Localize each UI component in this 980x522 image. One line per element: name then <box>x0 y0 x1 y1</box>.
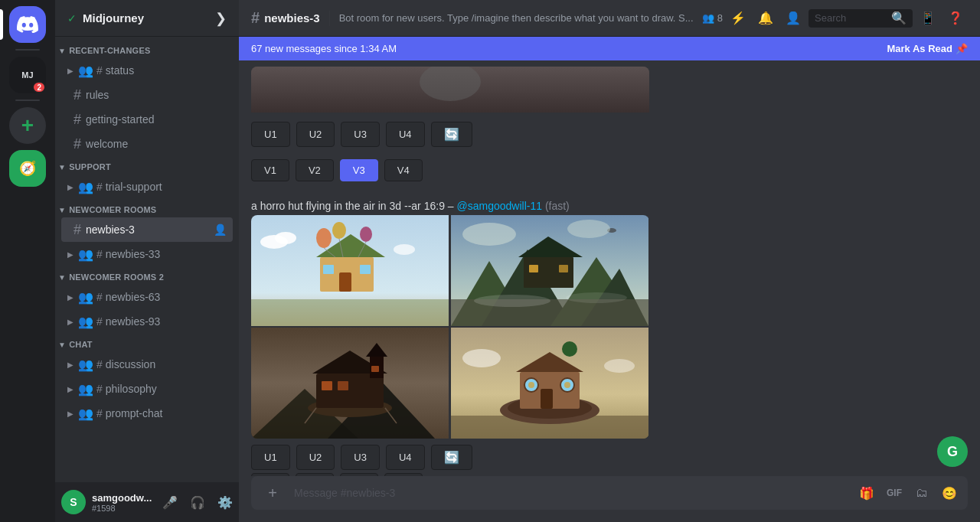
search-bar: 🔍 <box>808 9 913 28</box>
u4-button-top[interactable]: U4 <box>386 122 425 147</box>
refresh-button-top[interactable]: 🔄 <box>431 122 472 147</box>
image-2 <box>451 215 648 326</box>
server-icon-midjourney[interactable]: MJ 2 <box>9 57 46 93</box>
group-arrow-trial: ▶ <box>67 183 74 191</box>
channel-list: ▼ recent-changes ▶ 👥 # status # rules # … <box>55 37 239 482</box>
server-sidebar: MJ 2 + 🧭 <box>0 0 55 522</box>
group-icon: 👥 <box>78 64 93 78</box>
main-content: # newbies-3 Bot room for new users. Type… <box>239 0 980 522</box>
u3-button-bottom[interactable]: U3 <box>341 445 380 470</box>
channel-item-welcome[interactable]: # welcome <box>61 132 233 156</box>
u3-button-top[interactable]: U3 <box>341 122 380 147</box>
channel-item-newbies-33[interactable]: ▶ 👥 # newbies-33 <box>61 242 233 266</box>
group-arrow-prompt: ▶ <box>67 409 74 418</box>
refresh-button-bottom[interactable]: 🔄 <box>431 445 472 470</box>
members-button[interactable]: 👤 <box>781 6 805 31</box>
member-icon: 👥 <box>702 12 714 24</box>
channel-item-status[interactable]: ▶ 👥 # status <box>61 58 233 83</box>
message-input-field[interactable] <box>294 476 848 510</box>
channel-item-discussion[interactable]: ▶ 👥 # discussion <box>61 352 233 377</box>
floating-avatar[interactable]: G <box>937 436 968 467</box>
gif-button[interactable]: GIF <box>882 481 906 505</box>
search-icon: 🔍 <box>891 11 906 25</box>
u2-button-bottom[interactable]: U2 <box>296 445 335 470</box>
v2-button-top[interactable]: V2 <box>296 159 334 181</box>
channel-item-getting-started[interactable]: # getting-started <box>61 107 233 132</box>
svg-rect-55 <box>541 389 553 409</box>
gift-button[interactable]: 🎁 <box>854 481 879 505</box>
category-label-support: SUPPORT <box>69 162 111 171</box>
top-bar: # newbies-3 Bot room for new users. Type… <box>239 0 980 37</box>
category-header-chat[interactable]: ▼ CHAT <box>55 337 239 352</box>
inbox-button[interactable]: 📱 <box>916 6 940 31</box>
notification-bell-button[interactable]: 🔔 <box>753 6 778 31</box>
channel-item-rules[interactable]: # rules <box>61 83 233 107</box>
user-name: samgoodw... <box>92 492 152 504</box>
channel-name-trial-support: trial-support <box>106 181 162 193</box>
member-count-number: 8 <box>717 12 723 24</box>
svg-point-11 <box>332 222 346 239</box>
hash-icon-rules: # <box>74 87 81 103</box>
add-server-button[interactable]: + <box>9 107 46 144</box>
u2-button-top[interactable]: U2 <box>296 122 335 147</box>
group-icon-93: 👥 <box>78 315 93 329</box>
channel-name-status: status <box>106 64 134 77</box>
channel-item-newbies-63[interactable]: ▶ 👥 # newbies-63 <box>61 285 233 309</box>
top-image-partial <box>251 67 649 113</box>
headphone-button[interactable]: 🎧 <box>185 490 210 514</box>
search-input[interactable] <box>815 12 887 24</box>
group-icon-discussion: 👥 <box>78 357 93 372</box>
server-header[interactable]: ✓ Midjourney ❯ <box>55 0 239 37</box>
group-icon-trial: 👥 <box>78 180 93 194</box>
u1-button-top[interactable]: U1 <box>251 122 290 147</box>
category-header-newcomer-rooms[interactable]: ▼ NEWCOMER ROOMS <box>55 202 239 217</box>
server-icon-discord[interactable] <box>9 6 46 43</box>
checkmark-icon: ✓ <box>67 12 77 24</box>
user-area: S samgoodw... #1598 🎤 🎧 ⚙️ <box>55 482 239 522</box>
add-attachment-button[interactable]: + <box>257 476 288 510</box>
image-4 <box>451 328 648 439</box>
notification-badge: 2 <box>32 81 46 93</box>
svg-rect-8 <box>323 265 334 274</box>
svg-point-60 <box>604 359 635 373</box>
mark-as-read-button[interactable]: Mark As Read 📌 <box>887 43 969 54</box>
message-prompt: a horro hut flying in the air in 3d --ar… <box>251 197 968 215</box>
category-support: ▼ SUPPORT ▶ 👥 # trial-support <box>55 159 239 199</box>
channel-item-philosophy[interactable]: ▶ 👥 # philosophy <box>61 377 233 401</box>
channel-item-newbies-3[interactable]: # newbies-3 👤 <box>61 217 233 242</box>
microphone-button[interactable]: 🎤 <box>158 490 182 514</box>
channel-item-prompt-chat[interactable]: ▶ 👥 # prompt-chat <box>61 401 233 426</box>
sticker-button[interactable]: 🗂 <box>910 481 934 505</box>
channel-item-newbies-93[interactable]: ▶ 👥 # newbies-93 <box>61 309 233 334</box>
slash-command-button[interactable]: ⚡ <box>726 6 750 31</box>
svg-point-30 <box>566 292 627 303</box>
svg-point-57 <box>564 382 570 388</box>
active-indicator <box>0 9 3 40</box>
messages-area[interactable]: U1 U2 U3 U4 🔄 V1 V2 V3 V4 a horro hut fl… <box>239 60 980 476</box>
help-button[interactable]: ❓ <box>943 6 968 31</box>
message-with-image: a horro hut flying in the air in 3d --ar… <box>251 197 968 476</box>
user-controls: 🎤 🎧 ⚙️ <box>158 490 237 514</box>
svg-rect-44 <box>371 366 379 372</box>
settings-button[interactable]: ⚙️ <box>213 490 237 514</box>
category-label-newcomer-rooms-2: NEWCOMER ROOMS 2 <box>69 272 164 282</box>
category-header-recent-changes[interactable]: ▼ recent-changes <box>55 43 239 58</box>
channel-name-prompt-chat: prompt-chat <box>106 407 163 419</box>
svg-rect-42 <box>322 381 332 390</box>
action-buttons-row2-top: V1 V2 V3 V4 <box>251 159 968 181</box>
explore-button[interactable]: 🧭 <box>9 150 46 187</box>
top-bar-actions: 👥 8 ⚡ 🔔 👤 🔍 📱 ❓ <box>702 6 968 31</box>
category-newcomer-rooms-2: ▼ NEWCOMER ROOMS 2 ▶ 👥 # newbies-63 ▶ 👥 … <box>55 269 239 334</box>
category-header-support[interactable]: ▼ SUPPORT <box>55 159 239 175</box>
channel-name-rules: rules <box>86 89 227 101</box>
v1-button-top[interactable]: V1 <box>251 159 289 181</box>
emoji-button[interactable]: 😊 <box>937 481 962 505</box>
category-header-newcomer-rooms-2[interactable]: ▼ NEWCOMER ROOMS 2 <box>55 269 239 285</box>
hash-icon-welcome: # <box>74 136 81 152</box>
u4-button-bottom[interactable]: U4 <box>386 445 425 470</box>
v3-button-top[interactable]: V3 <box>340 159 378 181</box>
category-arrow-newcomer: ▼ <box>58 206 66 214</box>
v4-button-top[interactable]: V4 <box>384 159 423 181</box>
u1-button-bottom[interactable]: U1 <box>251 445 290 470</box>
channel-item-trial-support[interactable]: ▶ 👥 # trial-support <box>61 175 233 199</box>
